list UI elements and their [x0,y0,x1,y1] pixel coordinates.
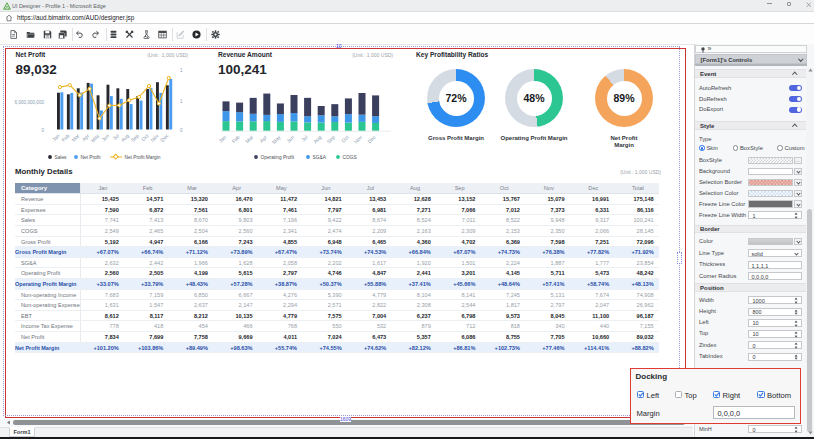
svg-text:0: 0 [180,128,183,133]
svg-text:Dec: Dec [159,132,170,143]
svg-text:Jun: Jun [285,134,295,144]
svg-text:COGS: COGS [343,155,357,160]
svg-text:Net Profit Margin: Net Profit Margin [125,155,161,160]
svg-text:Aug: Aug [119,132,130,143]
svg-text:Feb: Feb [60,132,70,142]
svg-text:Oct: Oct [340,134,350,144]
svg-text:Apr: Apr [258,134,268,144]
svg-text:Net Profit: Net Profit [81,155,102,160]
svg-text:Feb: Feb [230,134,240,144]
svg-text:SG&A: SG&A [313,155,327,160]
svg-text:1: 1 [180,68,183,73]
svg-text:Dec: Dec [366,134,377,145]
svg-text:Sep: Sep [325,134,336,145]
svg-text:Oct: Oct [140,132,150,142]
svg-text:Sales: Sales [55,155,68,160]
svg-text:Jul: Jul [300,134,309,143]
svg-text:Apr: Apr [81,132,91,142]
svg-text:Jun: Jun [100,132,110,142]
svg-text:Jul: Jul [111,132,120,141]
svg-text:Mar: Mar [244,134,255,145]
svg-text:6,000,000,000: 6,000,000,000 [15,100,45,105]
svg-text:Nov: Nov [353,134,364,145]
svg-text:Sep: Sep [129,132,140,143]
svg-text:1: 1 [180,99,183,104]
svg-text:0: 0 [41,128,44,133]
svg-text:May: May [271,134,282,145]
svg-text:Nov: Nov [149,132,160,143]
svg-text:Operating Profit: Operating Profit [261,155,295,160]
svg-text:May: May [89,132,100,143]
svg-text:Aug: Aug [312,134,323,145]
svg-text:Jan: Jan [217,134,227,144]
svg-text:Jan: Jan [51,132,61,142]
svg-text:Mar: Mar [70,132,81,143]
